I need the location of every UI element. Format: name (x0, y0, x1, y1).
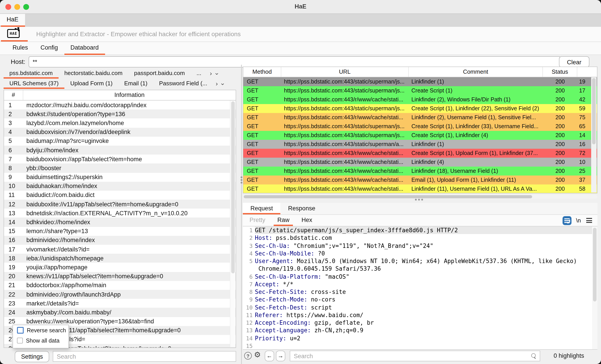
column-header-status[interactable]: Status (543, 67, 577, 77)
request-row[interactable]: GEThttps://pss.bdstatic.com:443/static/s… (243, 86, 597, 95)
table-row[interactable]: 14bdhkvideo://home/index (4, 218, 236, 227)
table-row[interactable]: 20knews://v11/appTab/select?item=home&up… (4, 272, 236, 281)
request-row[interactable]: GEThttps://pss.bdstatic.com:443/r/www/ca… (243, 184, 597, 193)
table-row[interactable]: 10baiduhaokan://home/index (4, 182, 236, 191)
next-match-button[interactable]: → (276, 351, 285, 361)
tab-list-dropdown-icon[interactable]: › (212, 72, 221, 76)
request-row[interactable]: GEThttps://pss.bdstatic.com:443/r/www/ca… (243, 175, 597, 184)
request-line: 6Sec-Ch-Ua-Platform: "macOS" (243, 273, 597, 280)
column-header-length[interactable] (577, 67, 597, 77)
table-viewer-splitter-handle-icon[interactable] (415, 199, 423, 201)
table-row[interactable]: 11baidudict://com.baidu.dict (4, 191, 236, 200)
table-row[interactable]: 2bdwkst://student/operation?type=136 (4, 109, 236, 118)
table-row[interactable]: 17vivomarket://details?id= (4, 245, 236, 254)
table-row[interactable]: 13bdnetdisk://n/action.EXTERNAL_ACTIVITY… (4, 209, 236, 218)
request-row[interactable]: GEThttps://pss.bdstatic.com:443/r/www/ca… (243, 95, 597, 104)
category-tab-2[interactable]: Email (1) (118, 79, 153, 89)
header-name: Accept: (255, 281, 280, 288)
table-row[interactable]: 12baiduboxlite://v11/appTab/select?item=… (4, 200, 236, 209)
host-tab-2[interactable]: passport.baidu.com (128, 69, 191, 79)
table-row[interactable]: 24askmybaby://com.baidu.mbaby/ (4, 308, 236, 317)
viewer-tab-response[interactable]: Response (280, 203, 323, 214)
request-row[interactable]: GEThttps://pss.bdstatic.com:443/r/www/ca… (243, 113, 597, 122)
tab-list-dropdown-icon[interactable]: › (218, 82, 227, 86)
request-row[interactable]: GEThttps://pss.bdstatic.com:443/static/s… (243, 104, 597, 113)
column-header-method[interactable]: Method (243, 67, 281, 77)
table-row[interactable]: 21bddoctorbox://app/home/main (4, 281, 236, 290)
panel-splitter-handle-icon[interactable] (240, 175, 243, 184)
request-row[interactable]: GEThttps://pss.bdstatic.com:443/static/s… (243, 77, 597, 86)
table-row[interactable]: 5baidumap://map?src=uginvoke (4, 137, 236, 146)
scrollbar-thumb[interactable] (592, 78, 596, 144)
table-row[interactable]: 18ieba://unidispatch/homepage (4, 254, 236, 263)
checkbox[interactable] (17, 327, 24, 334)
host-tab-1[interactable]: hectorstatic.baidu.com (59, 69, 128, 79)
editor-menu-icon[interactable] (586, 218, 592, 223)
table-row[interactable]: 16bdminivideo://home/index (4, 236, 236, 245)
scrollbar-thumb[interactable] (593, 228, 597, 301)
request-row[interactable]: GEThttps://pss.bdstatic.com:443/r/www/ca… (243, 158, 597, 167)
request-line: 1GET /static/superman/js/s_super_index-3… (243, 226, 597, 234)
subtab-hex[interactable]: Hex (302, 215, 312, 226)
request-table-hscrollbar[interactable] (243, 195, 597, 199)
request-row[interactable]: GEThttps://pss.bdstatic.com:443/r/www/ca… (243, 167, 597, 175)
request-editor[interactable]: 1GET /static/superman/js/s_super_index-3… (243, 226, 597, 350)
column-header-information[interactable]: Information (23, 90, 236, 100)
host-tab-3[interactable]: ... (191, 69, 207, 79)
information-table-scrollbar[interactable] (230, 100, 235, 347)
table-row[interactable]: 19youjia://app/homepage (4, 263, 236, 272)
nav-tab-rules[interactable]: Rules (6, 42, 34, 55)
tab-hae[interactable]: HaE (0, 14, 25, 25)
editor-search-input[interactable] (290, 351, 540, 361)
column-header-number[interactable]: # (4, 90, 23, 100)
checkbox[interactable] (17, 338, 23, 344)
cell-status: 200 (543, 105, 577, 112)
table-row[interactable]: 15lemon://share?type=13 (4, 227, 236, 236)
table-row[interactable]: 3lazybd://com.melon.lazymelon/home (4, 119, 236, 127)
previous-match-button[interactable]: ← (265, 351, 274, 361)
request-line: 5User-Agent: Mozilla/5.0 (Windows NT 10.… (243, 257, 597, 265)
panel-splitter[interactable] (241, 65, 242, 364)
word-wrap-icon[interactable] (562, 216, 571, 225)
cell-comment: Create Script (1), Linkfinder (4) (409, 132, 543, 138)
search-settings-gear-icon[interactable]: ⚙ (254, 350, 261, 360)
host-tab-0[interactable]: pss.bdstatic.com (4, 69, 59, 79)
table-row[interactable]: 23market://details?id= (4, 299, 236, 308)
information-search-input[interactable] (53, 352, 236, 361)
scrollbar-thumb[interactable] (231, 101, 235, 273)
cell-comment: Create Script (1) (409, 87, 543, 94)
show-newlines-icon[interactable]: \n (576, 217, 581, 224)
request-row[interactable]: GEThttps://pss.bdstatic.com:443/r/www/ca… (243, 149, 597, 158)
column-header-comment[interactable]: Comment (409, 67, 543, 77)
table-row[interactable]: 4baiduboxvision://v7/vendor/ad/deeplink (4, 127, 236, 136)
cell-method: GET (243, 96, 281, 103)
request-row[interactable]: GEThttps://pss.bdstatic.com:443/static/s… (243, 122, 597, 131)
table-row[interactable]: 6bdyiju://home/index (4, 146, 236, 154)
cell-url: https://pss.bdstatic.com:443/r/www/cache… (281, 186, 409, 192)
subtab-pretty[interactable]: Pretty (250, 215, 265, 226)
nav-tab-config[interactable]: Config (34, 42, 64, 55)
table-row[interactable]: 1mzdoctor://muzhi.baidu.com/doctorapp/in… (4, 100, 236, 109)
popup-option[interactable]: Show all data (13, 335, 68, 346)
table-row[interactable]: 8ybb://booster (4, 164, 236, 173)
nav-tab-databoard[interactable]: Databoard (64, 42, 105, 55)
cell-status: 200 (543, 186, 577, 192)
viewer-tab-request[interactable]: Request (243, 203, 280, 214)
table-row[interactable]: 9baiduimsettings2://superskin (4, 173, 236, 182)
category-tab-3[interactable]: Password Field (... (153, 79, 213, 89)
scrollbar-thumb[interactable] (244, 195, 532, 198)
request-row[interactable]: GEThttps://pss.bdstatic.com:443/static/s… (243, 131, 597, 140)
table-row[interactable]: 22bdminivideo://growth/launch3rdApp (4, 290, 236, 299)
request-row[interactable]: GEThttps://pss.bdstatic.com:443/static/s… (243, 140, 597, 149)
category-tab-1[interactable]: Upload Form (1) (64, 79, 118, 89)
category-tab-0[interactable]: URL Schemes (37) (4, 79, 64, 89)
column-header-url[interactable]: URL (281, 67, 409, 77)
editor-scrollbar[interactable] (592, 226, 597, 349)
table-settings-button[interactable]: Settings (15, 351, 49, 362)
request-table-vscrollbar[interactable] (591, 77, 597, 192)
help-icon[interactable]: ? (244, 352, 252, 360)
subtab-raw[interactable]: Raw (278, 215, 290, 226)
popup-option[interactable]: Reverse search (13, 325, 68, 335)
line-number (243, 265, 255, 273)
table-row[interactable]: 7baiduboxvision://appTab/select?item=hom… (4, 154, 236, 163)
